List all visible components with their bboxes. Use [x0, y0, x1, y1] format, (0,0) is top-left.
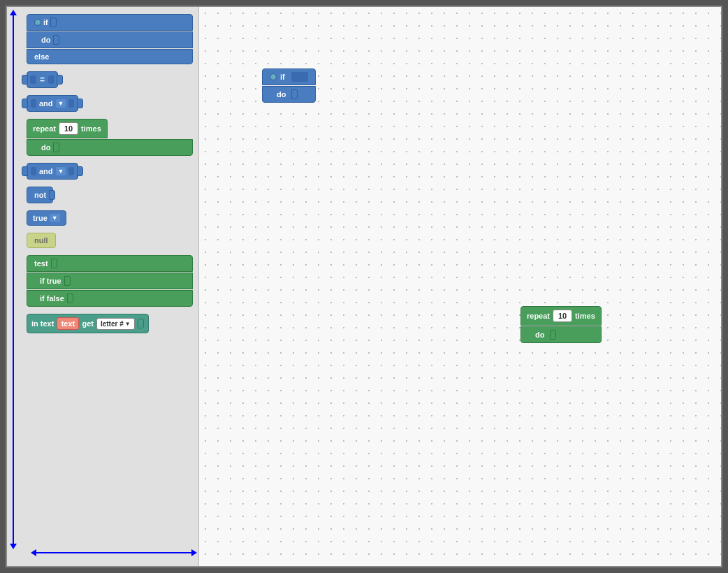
else-label: else: [34, 52, 49, 61]
canvas-repeat-value[interactable]: 10: [553, 310, 572, 322]
canvas-if-label: if: [280, 73, 285, 81]
and-label-2: and: [39, 167, 53, 175]
letter-label: letter #: [101, 320, 124, 328]
do-label-1: do: [41, 36, 50, 44]
and-block-2[interactable]: and ▼: [27, 163, 193, 180]
canvas-times-label: times: [575, 312, 595, 320]
letter-dropdown-arrow: ▼: [125, 321, 131, 327]
do-label-repeat-1: do: [41, 143, 50, 152]
if-do-else-block[interactable]: if do else: [27, 14, 193, 64]
in-text-label: in text: [31, 319, 54, 328]
times-label-1: times: [81, 124, 101, 133]
repeat-value-input[interactable]: 10: [59, 122, 78, 135]
main-container: if do else =: [6, 6, 722, 567]
test-label: test: [34, 259, 48, 268]
true-label: true: [33, 214, 48, 222]
canvas-gear-icon: [270, 73, 277, 80]
canvas-do-label: do: [277, 90, 286, 99]
not-label: not: [34, 191, 46, 199]
null-label: null: [34, 236, 48, 245]
get-label: get: [82, 319, 94, 328]
and-block-1[interactable]: and ▼: [27, 95, 193, 112]
arrow-up-head: [10, 10, 17, 15]
gear-icon: [34, 19, 41, 26]
vertical-arrow: [13, 14, 14, 545]
and-label-1: and: [39, 99, 53, 108]
arrow-down-head: [10, 544, 17, 549]
true-dropdown[interactable]: ▼: [50, 214, 60, 222]
in-text-block[interactable]: in text text get letter # ▼: [27, 314, 193, 333]
and-notch-right-2: [68, 167, 74, 175]
canvas-if-block[interactable]: if do: [262, 68, 316, 103]
arrow-right-head: [191, 549, 197, 556]
equals-block[interactable]: =: [27, 71, 193, 88]
repeat-label-1: repeat: [33, 124, 56, 133]
if-label: if: [43, 18, 48, 27]
equals-right-notch: [48, 75, 54, 84]
equals-left-notch: [30, 75, 36, 84]
repeat-block[interactable]: repeat 10 times do: [27, 119, 193, 156]
horizontal-arrow: [35, 552, 193, 553]
if-true-label: if true: [40, 277, 61, 285]
test-block[interactable]: test if true if false: [27, 255, 193, 307]
true-block[interactable]: true ▼: [27, 210, 193, 226]
canvas[interactable]: if do repeat 10 times do: [199, 7, 721, 566]
and-notch-left-2: [31, 167, 36, 175]
canvas-do-repeat-label: do: [535, 331, 544, 339]
sidebar: if do else =: [7, 7, 199, 566]
canvas-repeat-label: repeat: [527, 312, 550, 320]
and-dropdown-1[interactable]: ▼: [56, 99, 66, 108]
null-block[interactable]: null: [27, 233, 193, 248]
and-notch-left: [31, 99, 36, 108]
text-input[interactable]: text: [57, 317, 79, 330]
not-block[interactable]: not: [27, 187, 193, 203]
canvas-repeat-block[interactable]: repeat 10 times do: [520, 306, 602, 343]
equals-sign: =: [40, 75, 45, 85]
letter-dropdown[interactable]: letter # ▼: [96, 318, 135, 330]
and-dropdown-2[interactable]: ▼: [56, 167, 66, 175]
arrow-left-head: [31, 549, 36, 556]
and-notch-right: [68, 99, 74, 108]
if-false-label: if false: [40, 294, 64, 303]
